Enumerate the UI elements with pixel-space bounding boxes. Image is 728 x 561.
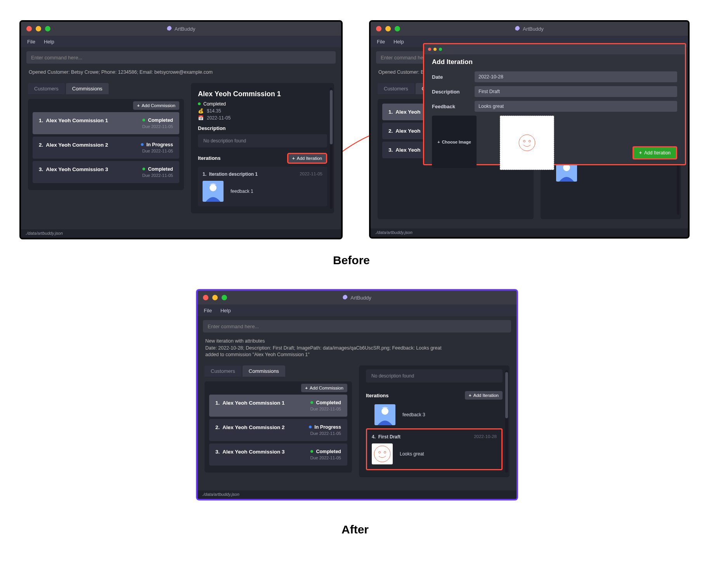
palette-icon (167, 26, 172, 31)
minimize-icon[interactable] (385, 26, 391, 31)
info-text: Opened Customer: Betsy Crowe; Phone: 123… (21, 68, 341, 79)
after-label: After (341, 523, 369, 536)
description-field[interactable]: First Draft (475, 86, 677, 97)
palette-icon (343, 295, 348, 300)
commission-row[interactable]: 3. Alex Yeoh Commission 3 CompletedDue 2… (209, 443, 347, 466)
menubar: File Help (198, 305, 517, 316)
help-menu[interactable]: Help (220, 308, 231, 313)
file-menu[interactable]: File (204, 308, 212, 313)
window-after: ArtBuddy File Help Enter command here...… (196, 289, 518, 500)
iteration-thumb (372, 443, 393, 464)
minimize-icon[interactable] (36, 26, 41, 31)
tab-commissions[interactable]: Commissions (243, 365, 285, 377)
svg-point-3 (523, 140, 525, 142)
app-title: ArtBuddy (515, 26, 543, 32)
scrollbar[interactable] (505, 370, 508, 473)
svg-point-7 (379, 451, 381, 453)
minimize-icon[interactable] (212, 295, 218, 300)
help-menu[interactable]: Help (393, 39, 404, 45)
help-menu[interactable]: Help (44, 39, 54, 45)
commission-row[interactable]: 3. Alex Yeoh Commission 3 CompletedDue 2… (33, 161, 179, 183)
titlebar: ArtBuddy (21, 22, 341, 36)
svg-point-6 (374, 446, 390, 462)
commission-detail: No description found Iterations Add Iter… (359, 365, 510, 477)
date-label: Date (432, 74, 469, 80)
status-badge: Completed (310, 449, 341, 454)
modal-titlebar (424, 44, 685, 54)
commission-row[interactable]: 2. Alex Yeoh Commission 2 In ProgressDue… (33, 137, 179, 159)
app-title: ArtBuddy (167, 26, 195, 32)
add-commission-button[interactable]: Add Commission (301, 384, 347, 392)
maximize-icon[interactable] (439, 48, 442, 51)
maximize-icon[interactable] (395, 26, 400, 31)
iteration-card: 1. Iteration description 12022-11-05 fee… (198, 167, 327, 206)
status-bar: ./data/artbuddy.json (21, 229, 341, 238)
titlebar: ArtBuddy (198, 291, 517, 305)
new-iteration-card: 4. First Draft2022-10-28 Looks great (366, 428, 503, 470)
status-badge: In Progress (141, 142, 173, 147)
close-icon[interactable] (26, 26, 32, 31)
feedback-field[interactable]: Looks great (475, 101, 677, 112)
menubar: File Help (21, 36, 341, 47)
maximize-icon[interactable] (45, 26, 50, 31)
add-iteration-button[interactable]: Add Iteration (287, 153, 327, 164)
close-icon[interactable] (203, 295, 208, 300)
iteration-thumb (374, 404, 395, 425)
feedback-label: Feedback (432, 104, 469, 109)
commission-row[interactable]: 1. Alex Yeoh Commission 1 CompletedDue 2… (209, 395, 347, 417)
status-badge: In Progress (309, 424, 341, 430)
iteration-feedback: Looks great (400, 451, 424, 457)
choose-image-button[interactable]: Choose Image (432, 116, 477, 168)
avatar-icon (203, 181, 224, 202)
close-icon[interactable] (376, 26, 381, 31)
iterations-label: Iterations (366, 393, 389, 398)
close-icon[interactable] (428, 48, 431, 51)
file-menu[interactable]: File (27, 39, 35, 45)
info-text: New iteration with attributes Date: 2022… (198, 336, 517, 362)
status-bar: ./data/artbuddy.json (371, 229, 688, 237)
iteration-feedback: feedback 1 (231, 189, 253, 194)
description-empty: No description found (366, 369, 503, 383)
app-title: ArtBuddy (343, 295, 371, 301)
svg-point-4 (529, 140, 531, 142)
maximize-icon[interactable] (222, 295, 227, 300)
smiley-icon (517, 133, 537, 152)
file-menu[interactable]: File (377, 39, 385, 45)
svg-point-2 (519, 135, 535, 151)
iteration-feedback: feedback 3 (402, 412, 425, 417)
svg-point-0 (210, 184, 217, 191)
description-label: Description (432, 89, 469, 95)
add-commission-button[interactable]: Add Commission (133, 101, 179, 110)
scrollbar[interactable] (330, 88, 333, 209)
commissions-list: Add Commission 1. Alex Yeoh Commission 1… (28, 99, 184, 190)
tab-customers[interactable]: Customers (205, 365, 241, 377)
tab-customers[interactable]: Customers (378, 83, 414, 94)
avatar-icon (374, 404, 395, 425)
add-iteration-submit-button[interactable]: Add Iteration (633, 146, 677, 159)
tab-customers[interactable]: Customers (28, 83, 65, 94)
window-before-right: ArtBuddy File Help Enter command here...… (369, 20, 690, 239)
command-input[interactable]: Enter command here... (203, 320, 511, 332)
svg-point-8 (384, 451, 386, 453)
description-empty: No description found (198, 134, 327, 147)
tab-commissions[interactable]: Commissions (66, 83, 109, 94)
smiley-icon (373, 444, 392, 464)
commission-row[interactable]: 1. Alex Yeoh Commission 1 CompletedDue 2… (33, 112, 179, 134)
svg-point-5 (381, 408, 388, 415)
add-iteration-button[interactable]: Add Iteration (465, 391, 503, 400)
iteration-thumb (203, 181, 224, 202)
window-before-left: ArtBuddy File Help Enter command here...… (19, 20, 343, 239)
status-badge: Completed (310, 400, 341, 405)
status-badge: Completed (142, 118, 173, 123)
palette-icon (515, 26, 520, 31)
date-field[interactable]: 2022-10-28 (475, 71, 677, 82)
commissions-list: Add Commission 1. Alex Yeoh Commission 1… (205, 381, 352, 473)
commission-row[interactable]: 2. Alex Yeoh Commission 2 In ProgressDue… (209, 419, 347, 441)
command-input[interactable]: Enter command here... (26, 51, 336, 64)
minimize-icon[interactable] (433, 48, 437, 51)
add-iteration-dialog: Add Iteration Date2022-10-28 Description… (423, 43, 686, 165)
description-label: Description (198, 125, 327, 131)
status-badge: Completed (142, 166, 173, 172)
titlebar: ArtBuddy (371, 22, 688, 36)
commission-detail: Alex Yeoh Commission 1 Completed 💰 $14.3… (191, 83, 334, 213)
